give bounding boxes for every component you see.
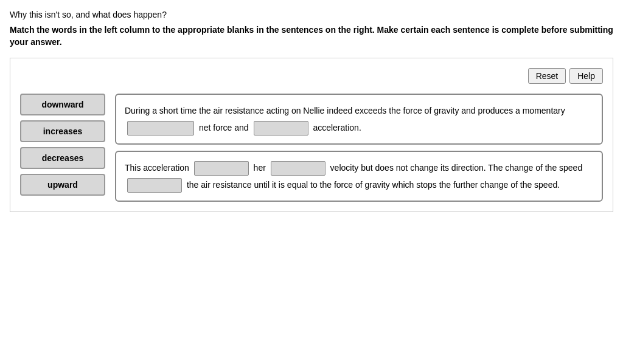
activity-container: Reset Help downward increases decreases …: [10, 58, 613, 212]
instructions: Match the words in the left column to th…: [10, 24, 613, 48]
sentence-2-text-3: velocity but does not change its directi…: [328, 163, 582, 173]
sentence-1-text-3: acceleration.: [311, 123, 361, 132]
reset-button[interactable]: Reset: [528, 68, 566, 84]
blank-4[interactable]: [271, 161, 325, 176]
sentence-2-text-1: This acceleration: [125, 163, 192, 173]
word-decreases[interactable]: decreases: [20, 147, 105, 169]
word-upward[interactable]: upward: [20, 174, 105, 196]
word-increases[interactable]: increases: [20, 120, 105, 142]
word-bank: downward increases decreases upward: [20, 94, 105, 196]
intro-question: Why this isn't so, and what does happen?: [10, 10, 613, 19]
sentence-2-text-4: the air resistance until it is equal to …: [184, 180, 560, 190]
main-area: downward increases decreases upward Duri…: [20, 94, 603, 202]
blank-3[interactable]: [194, 161, 249, 176]
help-button[interactable]: Help: [569, 68, 603, 84]
blank-2[interactable]: [254, 121, 308, 136]
word-downward[interactable]: downward: [20, 94, 105, 115]
sentence-box-2: This acceleration her velocity but does …: [115, 151, 603, 202]
sentence-2-text-2: her: [251, 163, 268, 173]
sentence-1-text-1: During a short time the air resistance a…: [125, 106, 565, 115]
blank-1[interactable]: [127, 121, 194, 136]
sentences-area: During a short time the air resistance a…: [115, 94, 603, 202]
sentence-1-text-2: net force and: [197, 123, 251, 132]
blank-5[interactable]: [127, 178, 182, 193]
toolbar: Reset Help: [20, 68, 603, 84]
sentence-box-1: During a short time the air resistance a…: [115, 94, 603, 145]
